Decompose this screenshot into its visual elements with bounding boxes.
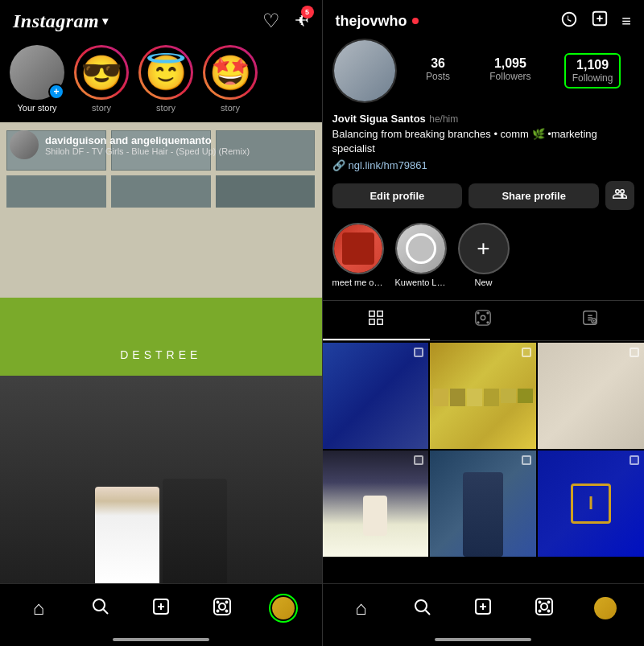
nav-search[interactable] bbox=[82, 590, 118, 626]
multi-post-icon-3 bbox=[630, 348, 639, 357]
highlight-item-1[interactable]: meet me ou... bbox=[332, 223, 384, 287]
grid-cell-5[interactable] bbox=[430, 451, 536, 557]
heart-icon[interactable]: ♡ bbox=[262, 10, 280, 32]
threads-icon[interactable] bbox=[560, 10, 578, 32]
svg-rect-5 bbox=[214, 599, 230, 615]
left-panel: Instagram ▾ ♡ ✈ 5 + Your story bbox=[0, 0, 322, 646]
story-avatar-2: 😇 bbox=[138, 45, 193, 100]
profile-pic-area bbox=[332, 39, 397, 103]
highlight-item-2[interactable]: Kuwento Lit... bbox=[395, 223, 447, 287]
svg-point-22 bbox=[477, 322, 479, 323]
multi-post-icon-6 bbox=[630, 455, 639, 465]
post-user-avatar bbox=[10, 130, 39, 159]
highlight-add-circle: + bbox=[458, 223, 510, 274]
add-friend-icon bbox=[613, 187, 627, 205]
multi-post-icon-1 bbox=[414, 348, 423, 357]
svg-point-23 bbox=[487, 322, 489, 323]
profile-active-indicator bbox=[269, 594, 298, 623]
svg-line-1 bbox=[103, 609, 108, 614]
profile-username-area: thejovwho bbox=[336, 13, 419, 30]
right-nav-reels[interactable] bbox=[526, 590, 562, 626]
grid-cell-3[interactable] bbox=[538, 343, 644, 449]
story-item-2[interactable]: 😇 story bbox=[138, 45, 193, 113]
story-item-3[interactable]: 🤩 story bbox=[203, 45, 258, 113]
multi-post-icon-2 bbox=[522, 348, 531, 357]
right-nav-home[interactable]: ⌂ bbox=[343, 590, 378, 626]
posts-stat[interactable]: 36 Posts bbox=[419, 53, 456, 88]
multi-post-icon-5 bbox=[522, 455, 531, 465]
multi-post-icon-4 bbox=[414, 455, 423, 465]
story-label-2: story bbox=[156, 103, 175, 113]
edit-profile-button[interactable]: Edit profile bbox=[332, 183, 463, 208]
right-reels-icon bbox=[535, 597, 554, 619]
svg-rect-15 bbox=[378, 311, 382, 316]
profile-avatar bbox=[272, 597, 295, 619]
right-header: thejovwho ≡ bbox=[323, 0, 645, 39]
photo-grid-area: l bbox=[323, 343, 645, 583]
svg-point-38 bbox=[548, 610, 550, 611]
add-story-button[interactable]: + bbox=[48, 84, 64, 100]
followers-count: 1,095 bbox=[494, 56, 526, 71]
nav-create[interactable] bbox=[143, 590, 179, 626]
nav-home[interactable]: ⌂ bbox=[21, 590, 56, 626]
your-story-item[interactable]: + Your story bbox=[10, 45, 64, 113]
right-nav-create[interactable] bbox=[465, 590, 501, 626]
profile-bio-text: Balancing from breaking branches • comm … bbox=[332, 127, 635, 156]
nav-profile-left[interactable] bbox=[266, 590, 301, 626]
following-stat[interactable]: 1,109 Following bbox=[564, 53, 621, 88]
tab-grid[interactable] bbox=[323, 301, 430, 340]
grid-cell-6[interactable]: l bbox=[538, 451, 644, 557]
profile-link[interactable]: 🔗 ngl.link/hm79861 bbox=[332, 159, 635, 171]
home-icon: ⌂ bbox=[33, 597, 45, 619]
profile-link-text: ngl.link/hm79861 bbox=[349, 159, 427, 171]
svg-point-19 bbox=[481, 316, 486, 321]
svg-point-35 bbox=[539, 601, 541, 603]
tab-tagged[interactable] bbox=[537, 301, 644, 340]
right-bottom-nav: ⌂ bbox=[323, 583, 645, 638]
svg-point-36 bbox=[548, 601, 550, 603]
grid-cell-4[interactable] bbox=[323, 451, 429, 557]
svg-point-20 bbox=[477, 313, 479, 315]
svg-point-6 bbox=[219, 603, 225, 610]
tab-reels[interactable] bbox=[430, 301, 537, 340]
profile-bio-area: Jovit Sigua Santos he/him Balancing from… bbox=[332, 111, 635, 171]
followers-stat[interactable]: 1,095 Followers bbox=[483, 53, 537, 88]
posts-label: Posts bbox=[426, 71, 450, 82]
following-label: Following bbox=[572, 72, 613, 84]
messenger-icon[interactable]: ✈ 5 bbox=[295, 10, 309, 31]
highlight-label-2: Kuwento Lit... bbox=[395, 278, 447, 287]
profile-picture[interactable] bbox=[332, 39, 397, 103]
svg-point-37 bbox=[539, 610, 541, 611]
right-nav-search[interactable] bbox=[404, 590, 440, 626]
story-emoji-2: 😇 bbox=[145, 53, 187, 93]
svg-point-7 bbox=[217, 601, 218, 603]
instagram-title: Instagram bbox=[13, 10, 99, 32]
tagged-icon bbox=[581, 309, 599, 331]
left-bottom-nav: ⌂ bbox=[0, 583, 322, 638]
dropdown-arrow-icon[interactable]: ▾ bbox=[102, 14, 109, 28]
reels-icon bbox=[213, 597, 232, 619]
svg-line-29 bbox=[426, 610, 431, 615]
share-profile-button[interactable]: Share profile bbox=[469, 183, 599, 208]
add-post-icon[interactable] bbox=[591, 10, 609, 32]
story-label-3: story bbox=[221, 103, 240, 113]
followers-label: Followers bbox=[489, 71, 530, 82]
menu-icon[interactable]: ≡ bbox=[621, 12, 631, 31]
home-indicator-right bbox=[435, 638, 531, 641]
highlight-circle-1 bbox=[332, 223, 384, 274]
highlight-label-new: New bbox=[474, 278, 492, 287]
add-friend-button[interactable] bbox=[605, 181, 634, 210]
svg-point-21 bbox=[487, 313, 489, 315]
your-story-label: Your story bbox=[17, 103, 56, 113]
grid-cell-2[interactable] bbox=[430, 343, 536, 449]
content-tabs bbox=[323, 300, 645, 341]
story-item-1[interactable]: 😎 story bbox=[74, 45, 129, 113]
right-nav-profile[interactable] bbox=[588, 590, 623, 626]
highlight-new[interactable]: + New bbox=[458, 223, 510, 287]
right-home-icon: ⌂ bbox=[355, 597, 367, 619]
post-area: DESTREE davidguison and angeliquemanto S… bbox=[0, 122, 322, 583]
nav-reels[interactable] bbox=[204, 590, 240, 626]
instagram-logo[interactable]: Instagram ▾ bbox=[13, 10, 109, 32]
right-panel: thejovwho ≡ bbox=[323, 0, 645, 646]
grid-cell-1[interactable] bbox=[323, 343, 429, 449]
